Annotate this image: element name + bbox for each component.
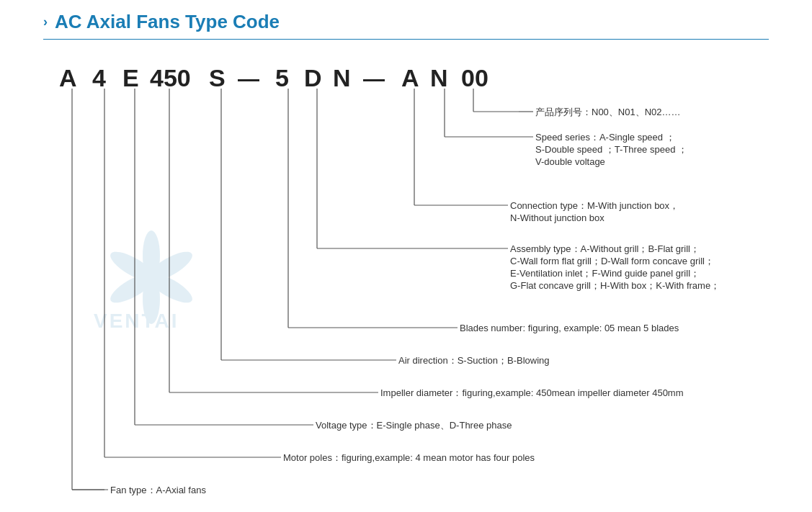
svg-text:—: — bbox=[238, 67, 259, 91]
svg-text:S: S bbox=[209, 64, 226, 91]
diagram-area: VENTAI A 4 E 450 S — 5 D N — A bbox=[43, 47, 778, 472]
svg-text:产品序列号：N00、N01、N02……: 产品序列号：N00、N01、N02…… bbox=[535, 107, 681, 117]
svg-text:4: 4 bbox=[92, 64, 106, 91]
svg-text:00: 00 bbox=[461, 64, 488, 91]
svg-text:D: D bbox=[304, 64, 322, 91]
svg-text:G-Flat concave grill；H-With bo: G-Flat concave grill；H-With box；K-With f… bbox=[510, 280, 720, 291]
svg-text:E-Ventilation inlet；F-Wind gui: E-Ventilation inlet；F-Wind guide panel g… bbox=[510, 268, 700, 279]
svg-text:Fan type：A-Axial fans: Fan type：A-Axial fans bbox=[110, 485, 206, 495]
svg-text:—: — bbox=[363, 67, 385, 91]
svg-text:Impeller diameter：figuring,exa: Impeller diameter：figuring,example: 450m… bbox=[380, 387, 684, 398]
svg-text:Connection type：M-With junctio: Connection type：M-With junction box， bbox=[510, 200, 679, 211]
svg-text:A: A bbox=[401, 64, 419, 91]
svg-text:N-Without junction box: N-Without junction box bbox=[510, 212, 604, 223]
svg-text:Motor poles：figuring,example: : Motor poles：figuring,example: 4 mean mot… bbox=[283, 452, 535, 463]
page-title: AC Axial Fans Type Code bbox=[55, 11, 280, 33]
svg-text:Air direction：S-Suction；B-Blow: Air direction：S-Suction；B-Blowing bbox=[398, 355, 550, 366]
type-code-diagram: A 4 E 450 S — 5 D N — A N 00 bbox=[43, 47, 778, 512]
svg-text:E: E bbox=[122, 64, 139, 91]
svg-text:C-Wall form flat grill；D-Wall : C-Wall form flat grill；D-Wall form conca… bbox=[510, 256, 714, 266]
title-section: › AC Axial Fans Type Code bbox=[43, 11, 769, 33]
svg-text:N: N bbox=[333, 64, 351, 91]
svg-text:Voltage type：E-Single phase、D-: Voltage type：E-Single phase、D-Three phas… bbox=[316, 420, 512, 431]
svg-text:5: 5 bbox=[275, 64, 289, 91]
svg-text:A: A bbox=[59, 64, 77, 91]
svg-text:V-double voltage: V-double voltage bbox=[535, 156, 605, 167]
svg-text:S-Double speed ；T-Three speed : S-Double speed ；T-Three speed ； bbox=[535, 144, 687, 155]
svg-text:Blades number: figuring, examp: Blades number: figuring, example: 05 mea… bbox=[460, 323, 679, 333]
title-chevron-icon: › bbox=[43, 14, 48, 30]
svg-text:450: 450 bbox=[150, 64, 191, 91]
title-divider bbox=[43, 39, 769, 40]
svg-text:Speed series：A-Single speed ；: Speed series：A-Single speed ； bbox=[535, 132, 675, 143]
svg-text:N: N bbox=[430, 64, 448, 91]
svg-text:Assembly type：A-Without grill；: Assembly type：A-Without grill；B-Flat gri… bbox=[510, 243, 700, 254]
